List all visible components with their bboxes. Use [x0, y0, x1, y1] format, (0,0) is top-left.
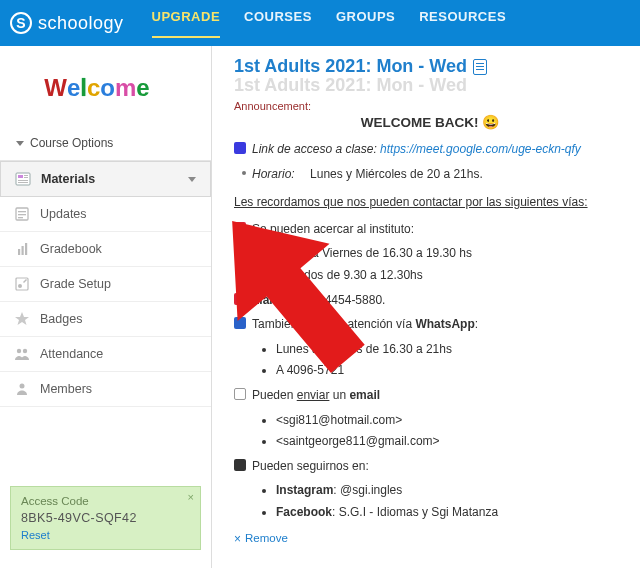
- svg-rect-12: [25, 243, 27, 255]
- sidebar-item-label: Members: [40, 382, 92, 396]
- meet-link[interactable]: https://meet.google.com/uge-eckn-qfy: [380, 142, 581, 156]
- sidebar-item-materials[interactable]: Materials: [0, 161, 211, 197]
- reminder-line: Les recordamos que nos pueden contactar …: [234, 193, 626, 212]
- brand-text: schoology: [38, 13, 124, 34]
- svg-rect-9: [18, 217, 23, 218]
- svg-point-14: [18, 284, 22, 288]
- email-icon: [234, 388, 246, 400]
- content-area: 1st Adults 2021: Mon - Wed 1st Adults 20…: [212, 46, 640, 568]
- badges-icon: [14, 311, 30, 327]
- page-title-shadow: 1st Adults 2021: Mon - Wed: [234, 75, 626, 96]
- nav-upgrade[interactable]: UPGRADE: [152, 9, 221, 38]
- course-options-label: Course Options: [30, 136, 113, 150]
- schoology-logo-icon: S: [10, 12, 32, 34]
- sidebar-item-label: Attendance: [40, 347, 103, 361]
- svg-marker-15: [15, 312, 29, 325]
- close-icon[interactable]: ×: [188, 491, 194, 503]
- course-sidebar: Welcome Course Options Materials Updates: [0, 46, 212, 568]
- access-code-box: × Access Code 8BK5-49VC-SQF42 Reset: [10, 486, 201, 550]
- announcement-body: Link de acceso a clase: https://meet.goo…: [234, 140, 626, 548]
- phone-call-icon: [234, 293, 246, 305]
- svg-point-18: [20, 384, 25, 389]
- sidebar-item-members[interactable]: Members: [0, 372, 211, 407]
- document-icon: [473, 59, 487, 75]
- phone-icon: [234, 142, 246, 154]
- updates-icon: [14, 206, 30, 222]
- sidebar-item-label: Gradebook: [40, 242, 102, 256]
- svg-rect-2: [24, 175, 28, 176]
- smile-emoji-icon: 😀: [482, 114, 499, 130]
- gradebook-icon: [14, 241, 30, 257]
- svg-rect-10: [18, 249, 20, 255]
- course-nav-list: Materials Updates Gradebook Grade Setu: [0, 160, 211, 407]
- sidebar-item-updates[interactable]: Updates: [0, 197, 211, 232]
- svg-rect-5: [18, 182, 28, 183]
- course-options-dropdown[interactable]: Course Options: [0, 130, 211, 160]
- screen-icon: [234, 459, 246, 471]
- nav-resources[interactable]: RESOURCES: [419, 9, 506, 38]
- access-code-value: 8BK5-49VC-SQF42: [21, 511, 190, 525]
- list-item: Lunes a Viernes de 16.30 a 19.30 hs: [276, 244, 626, 263]
- top-nav-bar: S schoology UPGRADE COURSES GROUPS RESOU…: [0, 0, 640, 46]
- svg-point-17: [23, 349, 27, 353]
- svg-rect-4: [18, 180, 28, 181]
- sidebar-item-label: Badges: [40, 312, 82, 326]
- sidebar-item-label: Materials: [41, 172, 95, 186]
- sidebar-item-gradebook[interactable]: Gradebook: [0, 232, 211, 267]
- svg-rect-1: [18, 175, 23, 178]
- sidebar-item-label: Grade Setup: [40, 277, 111, 291]
- list-item: A 4096-5721: [276, 361, 626, 380]
- pin-icon: [234, 222, 246, 234]
- page-title-text: 1st Adults 2021: Mon - Wed: [234, 56, 467, 77]
- svg-rect-8: [18, 214, 26, 215]
- svg-rect-0: [16, 173, 30, 185]
- nav-groups[interactable]: GROUPS: [336, 9, 395, 38]
- page-title[interactable]: 1st Adults 2021: Mon - Wed: [234, 56, 626, 77]
- list-item: Sábados de 9.30 a 12.30hs: [276, 266, 626, 285]
- svg-point-16: [17, 349, 21, 353]
- list-item: <saintgeorge811@gmail.com>: [276, 432, 626, 451]
- svg-rect-7: [18, 211, 26, 212]
- sidebar-item-label: Updates: [40, 207, 87, 221]
- brand-logo[interactable]: S schoology: [10, 12, 124, 34]
- materials-icon: [15, 171, 31, 187]
- welcome-back-heading: WELCOME BACK! 😀: [234, 114, 626, 130]
- svg-rect-11: [22, 246, 24, 255]
- sidebar-item-attendance[interactable]: Attendance: [0, 337, 211, 372]
- chevron-down-icon: [188, 177, 196, 182]
- grade-setup-icon: [14, 276, 30, 292]
- list-item: Instagram: @sgi.ingles: [276, 481, 626, 500]
- access-code-reset[interactable]: Reset: [21, 529, 190, 541]
- bullet-icon: [242, 171, 246, 175]
- course-banner-image: Welcome: [0, 52, 211, 130]
- attendance-icon: [14, 346, 30, 362]
- x-icon: ×: [234, 530, 241, 549]
- svg-rect-3: [24, 177, 28, 178]
- list-item: Lunes a Viernes de 16.30 a 21hs: [276, 340, 626, 359]
- whatsapp-icon: [234, 317, 246, 329]
- chevron-down-icon: [16, 141, 24, 146]
- list-item: <sgi811@hotmail.com>: [276, 411, 626, 430]
- access-code-title: Access Code: [21, 495, 190, 507]
- sidebar-item-badges[interactable]: Badges: [0, 302, 211, 337]
- list-item: Facebook: S.G.I - Idiomas y Sgi Matanza: [276, 503, 626, 522]
- remove-link[interactable]: × Remove: [234, 530, 626, 549]
- announcement-label: Announcement:: [234, 100, 626, 112]
- primary-nav: UPGRADE COURSES GROUPS RESOURCES: [152, 9, 507, 38]
- members-icon: [14, 381, 30, 397]
- sidebar-item-grade-setup[interactable]: Grade Setup: [0, 267, 211, 302]
- nav-courses[interactable]: COURSES: [244, 9, 312, 38]
